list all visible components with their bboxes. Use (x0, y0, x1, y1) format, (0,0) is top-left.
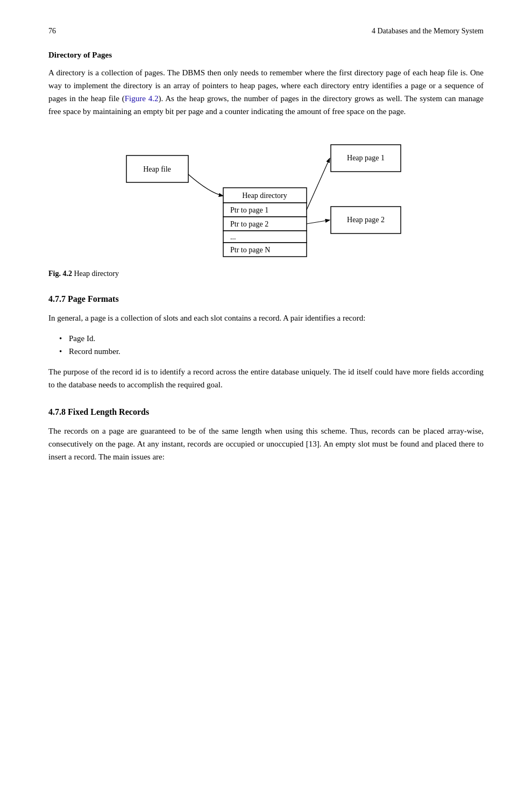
heap-directory-diagram: Heap file Heap directory Ptr to page 1 P… (116, 134, 417, 258)
page-header: 76 4 Databases and the Memory System (48, 27, 484, 36)
figure-42-caption: Fig. 4.2 Heap directory (48, 270, 484, 278)
page-number: 76 (48, 27, 56, 36)
heap-file-label: Heap file (143, 165, 171, 173)
directory-body-text: A directory is a collection of pages. Th… (48, 66, 484, 118)
section-477-body1: In general, a page is a collection of sl… (48, 312, 484, 324)
dir-row2-text: Ptr to page 2 (230, 220, 268, 228)
section-477-body2: The purpose of the record id is to ident… (48, 365, 484, 391)
section-478: 4.7.8 Fixed Length Records The records o… (48, 407, 484, 463)
ptr2-to-page2-arrow (307, 220, 330, 224)
figure-42-container: Heap file Heap directory Ptr to page 1 P… (48, 134, 484, 260)
ptr1-to-page1-arrow (307, 158, 330, 210)
directory-of-pages-section: Directory of Pages A directory is a coll… (48, 51, 484, 118)
page: 76 4 Databases and the Memory System Dir… (0, 0, 532, 807)
figure-caption-text: Heap directory (72, 270, 119, 278)
section-477: 4.7.7 Page Formats In general, a page is… (48, 294, 484, 391)
chapter-title: 4 Databases and the Memory System (372, 27, 484, 36)
dir-row3-text: ... (230, 233, 236, 241)
directory-of-pages-heading: Directory of Pages (48, 51, 484, 60)
section-477-bullets: Page Id. Record number. (59, 332, 484, 358)
bullet-record-number: Record number. (59, 345, 484, 358)
heap-to-dir-arrow (188, 174, 223, 196)
bullet-page-id: Page Id. (59, 332, 484, 345)
section-478-heading: 4.7.8 Fixed Length Records (48, 407, 484, 417)
dir-header-text: Heap directory (242, 192, 287, 200)
heap-page1-text: Heap page 1 (347, 154, 385, 162)
figure-42-link[interactable]: Figure 4.2 (125, 94, 159, 103)
section-477-heading: 4.7.7 Page Formats (48, 294, 484, 304)
dir-row4-text: Ptr to page N (230, 246, 270, 254)
heap-page2-text: Heap page 2 (347, 216, 385, 224)
figure-caption-bold: Fig. 4.2 (48, 270, 72, 278)
figure-42: Heap file Heap directory Ptr to page 1 P… (116, 134, 417, 260)
section-478-body1: The records on a page are guaranteed to … (48, 424, 484, 463)
dir-row1-text: Ptr to page 1 (230, 206, 268, 214)
